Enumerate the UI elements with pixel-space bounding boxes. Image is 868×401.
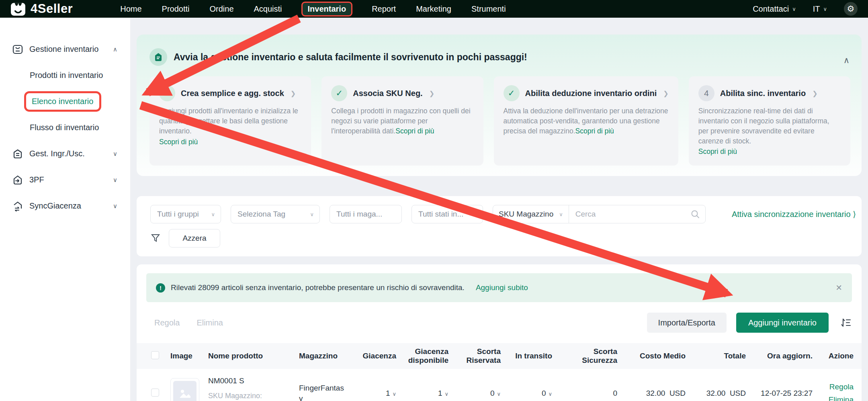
nav-item-report[interactable]: Report: [371, 2, 397, 16]
step-number-badge: 4: [698, 85, 714, 101]
sidebar-item-gestione-inventario[interactable]: Gestione inventario ∧: [0, 36, 130, 62]
group-filter-dropdown[interactable]: Tutti i gruppi ∨: [150, 205, 221, 223]
col-scorta-riservata: Scorta Riservata: [452, 344, 504, 368]
search-icon: [691, 210, 700, 219]
warning-icon: !: [156, 283, 165, 293]
rule-button-disabled[interactable]: Regola: [154, 318, 180, 327]
stock-value-dropdown[interactable]: 1∨: [386, 389, 396, 397]
brand-name: 4Seller: [31, 2, 73, 16]
check-icon: ✓: [159, 85, 175, 101]
col-nome-prodotto: Nome prodotto: [205, 348, 296, 364]
chevron-right-icon: ⟩: [853, 210, 856, 219]
chevron-down-icon: ∨: [113, 150, 117, 158]
col-giacenza: Giacenza: [358, 348, 399, 364]
table-header-row: Image Nome prodotto Magazzino Giacenza G…: [137, 343, 862, 369]
product-image-placeholder: [170, 378, 199, 401]
alert-text: Rilevati 28099 articoli senza inventario…: [171, 283, 465, 292]
brand-logo[interactable]: 4Seller: [0, 2, 73, 16]
sidebar-item-elenco-inventario[interactable]: Elenco inventario: [0, 88, 130, 115]
search-input[interactable]: [569, 210, 691, 219]
sidebar-item-syncgiacenza[interactable]: SyncGiacenza ∨: [0, 193, 130, 219]
sidebar-item-3pf[interactable]: 3PF ∨: [0, 167, 130, 193]
status-filter-dropdown[interactable]: Tutti stati in... ∨: [411, 205, 483, 223]
gear-icon: ⚙: [847, 4, 855, 14]
activate-sync-link[interactable]: Attiva sincronizzazione inventario ⟩: [732, 209, 856, 219]
select-all-checkbox[interactable]: [151, 351, 159, 359]
step-card-crea-stock[interactable]: ✓ Crea semplice e agg. stock ❯ Aggiungi …: [149, 76, 311, 166]
chevron-down-icon: ∨: [113, 176, 117, 184]
row-checkbox[interactable]: [151, 389, 159, 397]
onboarding-banner: Avvia la gestione inventario e saluta fa…: [137, 35, 862, 176]
advanced-filter-button[interactable]: [150, 233, 161, 243]
warehouse-filter-dropdown[interactable]: Tutti i maga...: [330, 205, 402, 223]
language-menu[interactable]: IT ∨: [813, 4, 827, 14]
sidebar-item-prodotti-in-inventario[interactable]: Prodotti in inventario: [0, 62, 130, 88]
nav-item-strumenti[interactable]: Strumenti: [471, 2, 507, 16]
scopri-di-piu-link[interactable]: Scopri di più: [698, 147, 841, 157]
check-icon: ✓: [331, 85, 347, 101]
nav-item-home[interactable]: Home: [119, 2, 142, 16]
onboarding-steps: ✓ Crea semplice e agg. stock ❯ Aggiungi …: [149, 76, 850, 166]
step-card-sinc-inventario[interactable]: 4 Abilita sinc. inventario ❯ Sincronizza…: [689, 76, 850, 166]
in-out-doc-icon: [12, 148, 23, 160]
close-icon[interactable]: ✕: [835, 283, 842, 293]
scopri-di-piu-link[interactable]: Scopri di più: [395, 127, 434, 135]
reserved-value-dropdown[interactable]: 0∨: [490, 389, 501, 397]
settings-button[interactable]: ⚙: [844, 2, 858, 16]
main-content: Avvia la gestione inventario e saluta fa…: [130, 18, 868, 401]
chevron-down-icon: ∨: [559, 211, 563, 217]
nav-menu: Home Prodotti Ordine Acquisti Inventario…: [119, 2, 506, 16]
scopri-di-piu-link[interactable]: Scopri di più: [159, 137, 301, 147]
product-name: NM0001 S: [208, 376, 293, 385]
nav-item-prodotti[interactable]: Prodotti: [161, 2, 190, 16]
nav-right-group: Contattaci ∨ IT ∨ ⚙: [753, 2, 858, 16]
inventory-table: Image Nome prodotto Magazzino Giacenza G…: [137, 343, 862, 401]
in-transit-value-dropdown[interactable]: 0∨: [542, 389, 552, 397]
col-ora-aggiorn: Ora aggiorn.: [749, 348, 816, 364]
col-magazzino: Magazzino: [296, 348, 358, 364]
check-icon: ✓: [504, 85, 520, 101]
nav-item-inventario[interactable]: Inventario: [301, 2, 353, 16]
nav-item-marketing[interactable]: Marketing: [415, 2, 452, 16]
chevron-right-icon: ❯: [663, 90, 668, 97]
banner-collapse-chevron[interactable]: ∧: [843, 55, 850, 65]
updated-time: 12-07-25 23:27: [749, 389, 816, 398]
available-value-dropdown[interactable]: 1∨: [438, 389, 448, 397]
aggiungi-subito-link[interactable]: Aggiungi subito: [476, 283, 528, 292]
table-row: NM0001 S SKU Magazzino: NM0001 S FingerF…: [137, 369, 862, 401]
funnel-icon: [150, 233, 161, 243]
no-inventory-alert: ! Rilevati 28099 articoli senza inventar…: [146, 273, 852, 302]
caret-down-icon: ∨: [497, 391, 501, 397]
col-in-transito: In transito: [504, 348, 555, 364]
warehouse-arrow-icon: [12, 174, 23, 186]
column-settings-button[interactable]: [840, 317, 852, 329]
add-inventory-button[interactable]: Aggiungi inventario: [736, 313, 829, 333]
4seller-logo-icon: [10, 2, 26, 16]
sidebar: Gestione inventario ∧ Prodotti in invent…: [0, 18, 130, 401]
chevron-right-icon: ❯: [291, 90, 296, 97]
total-value: 32.00 USD: [689, 389, 749, 398]
clear-filters-button[interactable]: Azzera: [169, 229, 220, 248]
chevron-down-icon: ∨: [310, 211, 314, 217]
row-rule-link[interactable]: Regola: [829, 383, 854, 391]
sidebar-item-flusso-di-inventario[interactable]: Flusso di inventario: [0, 115, 130, 141]
scopri-di-piu-link[interactable]: Scopri di più: [575, 127, 614, 135]
import-export-button[interactable]: Importa/Esporta: [647, 313, 727, 333]
delete-button-disabled[interactable]: Elimina: [197, 318, 223, 327]
sidebar-item-gest-ingr-usc[interactable]: Gest. Ingr./Usc. ∨: [0, 141, 130, 167]
banner-title: Avvia la gestione inventario e saluta fa…: [174, 52, 527, 63]
nav-item-ordine[interactable]: Ordine: [209, 2, 235, 16]
chevron-down-icon: ∨: [823, 6, 827, 12]
avg-cost-value: 32.00 USD: [620, 389, 689, 398]
chevron-down-icon: ∨: [113, 203, 117, 210]
col-scorta-sicurezza: Scorta Sicurezza: [555, 344, 620, 368]
nav-item-acquisti[interactable]: Acquisti: [253, 2, 283, 16]
search-category-dropdown[interactable]: SKU Magazzino ∨: [493, 205, 569, 223]
chevron-up-icon: ∧: [113, 46, 117, 53]
contact-menu[interactable]: Contattaci ∨: [753, 4, 796, 14]
inventory-box-icon: [12, 44, 23, 55]
tag-filter-dropdown[interactable]: Seleziona Tag ∨: [231, 205, 320, 223]
row-delete-link[interactable]: Elimina: [829, 395, 854, 401]
step-card-deduzione-ordini[interactable]: ✓ Abilita deduzione inventario ordini ❯ …: [494, 76, 678, 166]
step-card-associa-sku[interactable]: ✓ Associa SKU Neg. ❯ Collega i prodotti …: [321, 76, 483, 166]
